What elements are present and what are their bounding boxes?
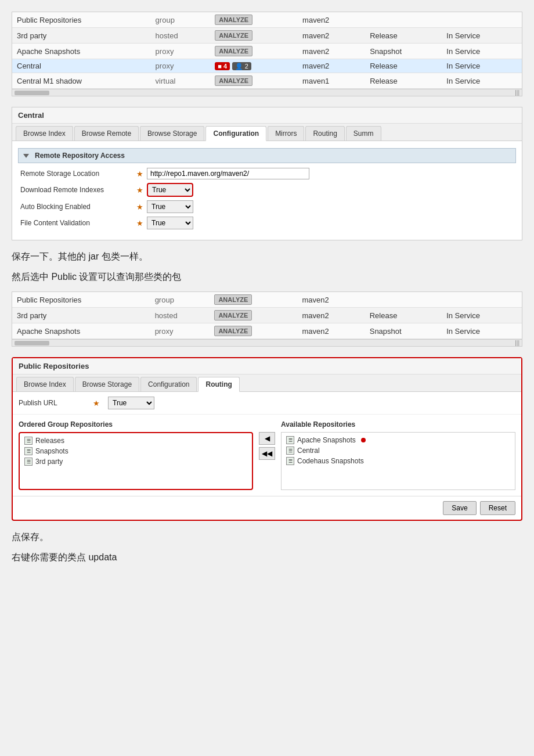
- repo-status: In Service: [442, 44, 522, 59]
- central-detail-header: Central: [12, 107, 522, 124]
- analyze-button[interactable]: ANALYZE: [214, 294, 252, 305]
- badge-info: 👤 2: [232, 62, 251, 70]
- tab-browse-remote[interactable]: Browse Remote: [74, 126, 139, 141]
- group-repos-layout: Ordered Group Repositories ☰Releases☰Sna…: [13, 415, 521, 496]
- table-wrapper-2: Public Repositories group ANALYZE maven2…: [12, 292, 522, 339]
- transfer-leftall-button[interactable]: ◀◀: [259, 447, 275, 460]
- repo-item-label: Snapshots: [35, 447, 68, 455]
- analyze-button[interactable]: ANALYZE: [215, 46, 252, 56]
- scroll-thumb-1[interactable]: [15, 91, 49, 95]
- field-label: Remote Storage Location: [20, 170, 136, 178]
- text-paragraph-3: 点保存。: [12, 531, 522, 543]
- repo-item-icon: ☰: [286, 436, 294, 444]
- tab-browse-index[interactable]: Browse Index: [16, 126, 73, 141]
- scroll-thumb-2[interactable]: [15, 341, 49, 345]
- public-repos-tabs: Browse IndexBrowse StorageConfigurationR…: [13, 375, 521, 392]
- tab-routing[interactable]: Routing: [198, 377, 239, 392]
- repo-type: proxy: [151, 44, 211, 59]
- analyze-button[interactable]: ANALYZE: [214, 326, 252, 336]
- repo-status: In Service: [442, 323, 522, 339]
- repo-item-label: Releases: [35, 437, 64, 445]
- remote-access-label: Remote Repository Access: [35, 152, 125, 160]
- form-row-remote-storage-location: Remote Storage Location ★: [18, 168, 516, 179]
- analyze-button[interactable]: ANALYZE: [215, 75, 252, 86]
- field-select-download-remote-indexes[interactable]: TrueFalse: [147, 183, 193, 197]
- table-wrapper-1: Public Repositories group ANALYZE maven2…: [12, 12, 522, 89]
- ordered-repo-item[interactable]: ☰Releases: [22, 435, 250, 446]
- scroll-indicator-1: |||: [515, 89, 519, 96]
- form-row-file-content-validation: File Content Validation ★ TrueFalse: [18, 217, 516, 229]
- repo-item-label: Codehaus Snapshots: [297, 457, 364, 465]
- field-label: File Content Validation: [20, 219, 136, 227]
- repo-policy: Release: [365, 308, 442, 323]
- transfer-buttons: ◀ ◀◀: [253, 432, 281, 460]
- available-repo-item[interactable]: ☰Apache Snapshots: [284, 435, 513, 445]
- repo-status: In Service: [442, 73, 522, 89]
- horizontal-scrollbar-1[interactable]: |||: [12, 89, 522, 96]
- repo-status: In Service: [442, 59, 522, 73]
- repo-item-icon: ☰: [24, 437, 33, 445]
- repo-name: 3rd party: [12, 28, 151, 44]
- available-group-col: Available Repositories ☰Apache Snapshots…: [281, 420, 515, 490]
- ordered-repo-item[interactable]: ☰3rd party: [22, 456, 250, 467]
- action-row: Save Reset: [13, 496, 521, 520]
- publish-url-select[interactable]: True False: [108, 397, 154, 409]
- field-label: Auto Blocking Enabled: [20, 203, 136, 211]
- repo-type: proxy: [150, 323, 210, 339]
- repo-item-icon: ☰: [24, 458, 33, 466]
- field-select-auto-blocking-enabled[interactable]: TrueFalse: [147, 200, 193, 213]
- scroll-indicator-2: |||: [515, 340, 519, 346]
- repo-policy: Snapshot: [365, 323, 442, 339]
- repo-status: In Service: [442, 28, 522, 44]
- publish-url-label: Publish URL: [19, 399, 88, 407]
- horizontal-scrollbar-2[interactable]: |||: [12, 339, 522, 346]
- repo-name: Public Repositories: [12, 292, 150, 308]
- tab-summ[interactable]: Summ: [346, 126, 381, 141]
- analyze-button[interactable]: ANALYZE: [215, 30, 252, 41]
- ordered-group-title: Ordered Group Repositories: [19, 420, 253, 429]
- badge-warn: ■ 4: [215, 62, 230, 70]
- collapse-icon[interactable]: [23, 154, 29, 158]
- repo-name: Apache Snapshots: [12, 323, 150, 339]
- analyze-button[interactable]: ANALYZE: [214, 310, 252, 321]
- ordered-group-col: Ordered Group Repositories ☰Releases☰Sna…: [19, 420, 253, 490]
- repo-policy: Snapshot: [365, 44, 442, 59]
- repo-item-label: Apache Snapshots: [297, 436, 356, 444]
- available-repo-item[interactable]: ☰Central: [284, 445, 513, 456]
- ordered-repo-item[interactable]: ☰Snapshots: [22, 446, 250, 456]
- field-star: ★: [136, 170, 143, 178]
- tab-browse-storage[interactable]: Browse Storage: [75, 377, 139, 391]
- repo-btn-cell: ANALYZE: [210, 12, 298, 28]
- repo-btn-cell: ■ 4 👤 2: [210, 59, 298, 73]
- text-paragraph-4: 右键你需要的类点 updata: [12, 552, 522, 564]
- tab-configuration[interactable]: Configuration: [140, 377, 197, 391]
- publish-url-star: ★: [93, 399, 100, 408]
- field-select-file-content-validation[interactable]: TrueFalse: [147, 217, 193, 229]
- available-repo-item[interactable]: ☰Codehaus Snapshots: [284, 456, 513, 466]
- tab-browse-storage[interactable]: Browse Storage: [140, 126, 204, 141]
- repo-table-section-1: Public Repositories group ANALYZE maven2…: [12, 12, 522, 96]
- repo-name: 3rd party: [12, 308, 150, 323]
- repo-type: group: [151, 12, 211, 28]
- repo-type: virtual: [151, 73, 211, 89]
- repo-format: maven2: [298, 59, 365, 73]
- tab-configuration[interactable]: Configuration: [205, 126, 266, 141]
- analyze-button[interactable]: ANALYZE: [215, 15, 252, 25]
- repo-type: group: [150, 292, 210, 308]
- repo-status: In Service: [442, 308, 522, 323]
- reset-button[interactable]: Reset: [480, 501, 515, 515]
- transfer-left-button[interactable]: ◀: [259, 432, 275, 445]
- repo-item-icon: ☰: [286, 457, 294, 465]
- central-detail-panel: Central Browse IndexBrowse RemoteBrowse …: [12, 107, 522, 240]
- tab-mirrors[interactable]: Mirrors: [268, 126, 304, 141]
- central-tab-content: Remote Repository Access Remote Storage …: [12, 141, 522, 240]
- field-label: Download Remote Indexes: [20, 186, 136, 194]
- repo-table-section-2: Public Repositories group ANALYZE maven2…: [12, 291, 522, 347]
- repo-format: maven2: [298, 308, 365, 323]
- text-paragraph-2: 然后选中 Public 设置可以查询那些类的包: [12, 271, 522, 283]
- tab-routing[interactable]: Routing: [305, 126, 344, 141]
- tab-browse-index[interactable]: Browse Index: [16, 377, 74, 391]
- repo-policy: Release: [365, 28, 442, 44]
- save-button[interactable]: Save: [443, 501, 476, 515]
- field-input-remote-storage[interactable]: [147, 168, 309, 179]
